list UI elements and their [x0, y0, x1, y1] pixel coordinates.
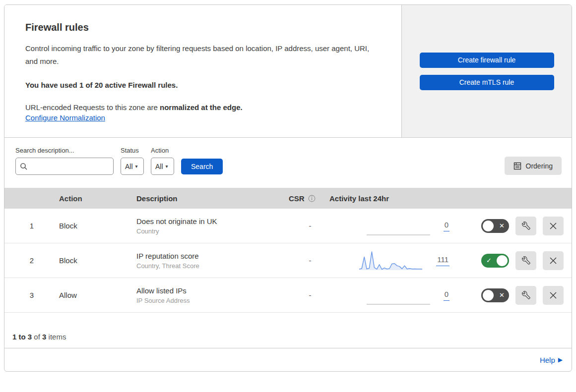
search-input-wrapper	[15, 158, 114, 175]
delete-rule-button[interactable]	[543, 286, 564, 305]
rule-csr: -	[278, 222, 327, 230]
action-dropdown-value: All	[155, 163, 163, 170]
chevron-down-icon: ▾	[166, 164, 168, 169]
rule-number: 2	[12, 256, 51, 265]
table-header: Action Description CSR Activity last 24h…	[4, 188, 572, 209]
header-section: Firewall rules Control incoming traffic …	[4, 5, 572, 138]
ordering-icon	[513, 162, 521, 170]
search-input[interactable]	[28, 163, 109, 170]
chevron-down-icon: ▾	[135, 164, 138, 169]
rule-controls: ✓ ✕	[451, 286, 564, 305]
col-activity: Activity last 24hr	[327, 194, 451, 203]
info-icon[interactable]	[308, 195, 316, 202]
search-field-group: Search description...	[15, 147, 114, 175]
wrench-icon	[522, 222, 530, 230]
page-title: Firewall rules	[25, 22, 381, 33]
pagination-summary: 1 to 3 of 3 items	[4, 313, 572, 348]
rule-action: Allow	[51, 291, 136, 299]
search-button[interactable]: Search	[181, 159, 223, 174]
normalization-bold: normalized at the edge.	[160, 103, 243, 112]
summary-range: 1 to 3	[12, 333, 32, 341]
search-icon	[20, 163, 28, 170]
close-icon	[549, 222, 557, 230]
cross-icon: ✕	[499, 223, 505, 229]
summary-of: of	[32, 333, 42, 341]
rule-number: 3	[12, 291, 51, 299]
activity-sparkline	[366, 215, 431, 237]
ordering-button[interactable]: Ordering	[505, 157, 562, 175]
ordering-button-label: Ordering	[526, 162, 553, 170]
filter-bar: Search description... Status All ▾ Actio…	[4, 138, 572, 188]
rule-activity: 0	[327, 215, 451, 237]
rule-description: Does not originate in UK Country	[136, 217, 278, 235]
col-csr-label: CSR	[289, 194, 305, 203]
rule-csr: -	[278, 291, 327, 299]
toggle-knob	[483, 221, 494, 231]
action-filter-group: Action All ▾	[151, 147, 174, 175]
rule-enabled-toggle[interactable]: ✓ ✕	[481, 219, 509, 233]
rule-controls: ✓ ✕	[451, 217, 564, 235]
col-csr: CSR	[278, 194, 327, 203]
activity-sparkline	[359, 250, 423, 272]
edit-rule-button[interactable]	[515, 286, 536, 305]
close-icon	[549, 257, 557, 265]
rule-fields: Country	[136, 227, 278, 235]
edit-rule-button[interactable]	[515, 217, 536, 235]
status-dropdown[interactable]: All ▾	[121, 158, 144, 175]
rule-description-title: Allow listed IPs	[136, 286, 278, 295]
rule-description-title: IP reputation score	[136, 252, 278, 260]
toggle-knob	[497, 255, 508, 266]
help-link[interactable]: Help ▶	[540, 356, 563, 364]
firewall-rules-card: Firewall rules Control incoming traffic …	[4, 4, 572, 372]
summary-items: items	[46, 333, 66, 341]
action-panel: Create firewall rule Create mTLS rule	[401, 5, 572, 137]
rule-csr: -	[278, 256, 327, 265]
delete-rule-button[interactable]	[543, 217, 564, 235]
rule-number: 1	[12, 222, 51, 230]
wrench-icon	[522, 291, 530, 299]
status-dropdown-value: All	[125, 163, 133, 170]
rule-enabled-toggle[interactable]: ✓ ✕	[481, 254, 509, 268]
configure-normalization-link[interactable]: Configure Normalization	[25, 113, 105, 122]
action-label: Action	[151, 147, 174, 154]
activity-sparkline	[366, 284, 431, 306]
rule-action: Block	[51, 222, 136, 230]
help-row: Help ▶	[4, 348, 572, 371]
rule-activity: 0	[327, 284, 451, 306]
rule-fields: IP Source Address	[136, 297, 278, 304]
activity-count-link[interactable]: 0	[444, 290, 449, 301]
table-row: 2 Block IP reputation score Country, Thr…	[4, 243, 572, 278]
page-description: Control incoming traffic to your zone by…	[25, 42, 378, 68]
close-icon	[549, 291, 557, 299]
table-row: 3 Allow Allow listed IPs IP Source Addre…	[4, 278, 572, 313]
wrench-icon	[522, 256, 530, 265]
create-firewall-rule-button[interactable]: Create firewall rule	[420, 53, 554, 68]
normalization-text: URL-encoded Requests to this zone are no…	[25, 103, 381, 112]
rule-description-title: Does not originate in UK	[136, 217, 278, 225]
status-filter-group: Status All ▾	[121, 147, 144, 175]
help-link-label: Help	[540, 356, 555, 364]
arrow-right-icon: ▶	[558, 356, 563, 363]
activity-count-link[interactable]: 111	[436, 255, 449, 266]
col-description: Description	[136, 194, 278, 203]
col-action: Action	[51, 194, 136, 203]
rule-action: Block	[51, 256, 136, 265]
rule-controls: ✓ ✕	[451, 251, 564, 270]
rule-enabled-toggle[interactable]: ✓ ✕	[481, 288, 509, 302]
usage-summary: You have used 1 of 20 active Firewall ru…	[25, 81, 381, 89]
create-mtls-rule-button[interactable]: Create mTLS rule	[420, 75, 554, 90]
rule-activity: 111	[327, 250, 451, 272]
rule-description: Allow listed IPs IP Source Address	[136, 286, 278, 304]
edit-rule-button[interactable]	[515, 251, 536, 270]
search-label: Search description...	[15, 147, 114, 154]
normalization-prefix: URL-encoded Requests to this zone are	[25, 103, 160, 112]
rule-description: IP reputation score Country, Threat Scor…	[136, 252, 278, 270]
filter-controls: Search description... Status All ▾ Actio…	[15, 147, 223, 175]
check-icon: ✓	[486, 257, 492, 264]
delete-rule-button[interactable]	[543, 251, 564, 270]
activity-count-link[interactable]: 0	[444, 221, 449, 231]
action-dropdown[interactable]: All ▾	[151, 158, 174, 175]
toggle-knob	[483, 290, 494, 301]
status-label: Status	[121, 147, 144, 154]
header-text-block: Firewall rules Control incoming traffic …	[4, 5, 401, 137]
